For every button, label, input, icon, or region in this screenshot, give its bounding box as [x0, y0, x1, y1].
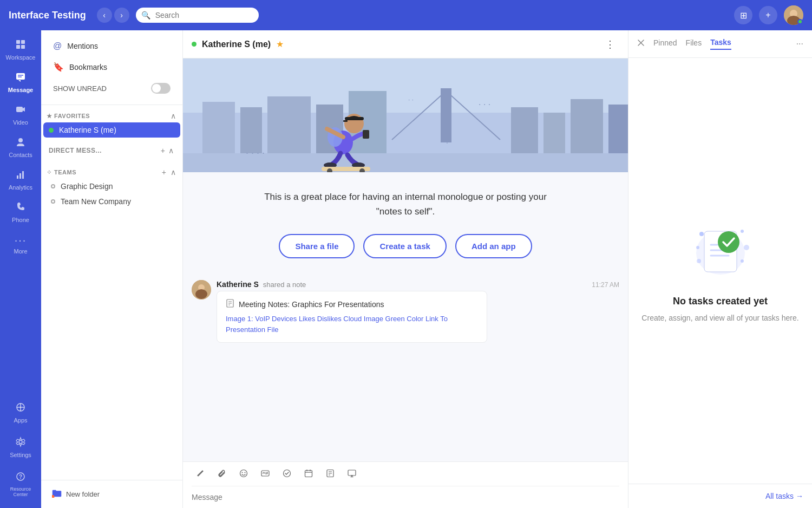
settings-icon — [15, 437, 26, 450]
sidebar-item-phone[interactable]: Phone — [3, 197, 38, 227]
attachment-button[interactable] — [213, 466, 231, 483]
svg-point-64 — [245, 472, 246, 473]
emoji-button[interactable] — [235, 466, 252, 483]
add-button[interactable]: + — [759, 6, 777, 24]
sidebar-item-more[interactable]: ··· More — [3, 230, 38, 259]
sidebar-item-workspace[interactable]: Workspace — [3, 35, 38, 65]
team-dot-new-company — [51, 199, 55, 204]
notes-button[interactable] — [322, 466, 339, 483]
svg-point-93 — [744, 245, 749, 250]
dm-label: DIRECT MESS... — [49, 147, 102, 154]
sidebar-item-resource-center[interactable]: ? Resource Center — [3, 467, 38, 502]
toolbar-icons — [192, 466, 619, 486]
teams-label: ⁘ TEAMS — [47, 169, 76, 176]
teams-header: ⁘ TEAMS + ∧ — [41, 164, 182, 179]
emoji-icon — [239, 469, 248, 478]
nav-buttons: ‹ › — [97, 8, 129, 23]
folder-svg — [52, 489, 62, 498]
sidebar-item-contacts[interactable]: Contacts — [3, 132, 38, 162]
favorites-label: ★ FAVORITES — [47, 113, 90, 120]
nav-back-button[interactable]: ‹ — [97, 8, 112, 23]
favorites-collapse-button[interactable]: ∧ — [169, 110, 177, 121]
folder-icon — [52, 489, 62, 499]
team-dot-graphic — [51, 184, 55, 188]
search-wrap: 🔍 — [136, 8, 396, 23]
chat-body: · · · · · · · · · · ! ! This is a great … — [183, 58, 628, 461]
sidebar-item-video[interactable]: Video — [3, 100, 38, 130]
dm-add-button[interactable]: + — [160, 145, 166, 156]
close-panel-button[interactable] — [637, 39, 645, 49]
new-company-label: Team New Company — [61, 197, 131, 206]
tasks-empty-subtitle: Create, assign, and view all of your tas… — [641, 312, 798, 324]
analytics-svg — [15, 169, 26, 180]
tab-files[interactable]: Files — [686, 38, 702, 49]
favorites-controls: ∧ — [169, 110, 177, 121]
message-input[interactable] — [192, 486, 619, 508]
analytics-label: Analytics — [9, 184, 32, 191]
chat-more-button[interactable]: ⋮ — [601, 36, 619, 53]
right-sidebar-header: Pinned Files Tasks ··· — [628, 30, 812, 58]
svg-text:· · ·: · · · — [479, 100, 490, 109]
gif-button[interactable] — [257, 466, 274, 483]
search-icon: 🔍 — [141, 11, 150, 19]
message-action: shared a note — [263, 281, 306, 289]
user-avatar-wrap[interactable] — [784, 5, 803, 25]
app-title: Interface Testing — [9, 10, 86, 21]
sidebar-item-apps[interactable]: Apps — [3, 398, 38, 428]
checkmark-button[interactable] — [278, 466, 296, 483]
main-layout: Workspace Message Video — [0, 30, 812, 508]
welcome-section: This is a great place for having an inte… — [183, 172, 628, 271]
search-input[interactable] — [136, 8, 259, 23]
bookmarks-label: Bookmarks — [69, 63, 107, 71]
svg-text:·: · — [446, 138, 448, 147]
team-graphic-design[interactable]: Graphic Design — [43, 179, 180, 194]
banner: · · · · · · · · · · ! ! — [183, 58, 628, 172]
unread-toggle[interactable] — [151, 83, 171, 94]
right-tab-more-button[interactable]: ··· — [796, 39, 803, 49]
teams-add-button[interactable]: + — [161, 167, 167, 178]
svg-point-94 — [741, 259, 744, 263]
favorites-katherine-item[interactable]: Katherine S (me) — [43, 122, 180, 138]
team-new-company[interactable]: Team New Company — [43, 194, 180, 209]
svg-point-63 — [242, 472, 243, 473]
dm-controls: + ∧ — [160, 145, 175, 156]
sidebar-item-settings[interactable]: Settings — [3, 432, 38, 463]
nav-forward-button[interactable]: › — [114, 8, 129, 23]
chat-header-name: Katherine S (me) — [202, 40, 271, 49]
screen-share-icon — [348, 469, 356, 478]
create-task-button[interactable]: Create a task — [363, 234, 446, 258]
left-sidebar: Workspace Message Video — [0, 30, 41, 508]
katherine-me-label: Katherine S (me) — [59, 126, 116, 134]
bookmarks-item[interactable]: 🔖 Bookmarks — [48, 57, 176, 76]
screen-share-button[interactable] — [343, 466, 361, 483]
calendar-button[interactable] — [300, 466, 317, 483]
resource-center-label: Resource Center — [6, 486, 35, 497]
svg-text:· · · ·: · · · · — [246, 147, 265, 158]
tab-pinned[interactable]: Pinned — [653, 38, 677, 49]
sidebar-item-message[interactable]: Message — [3, 67, 38, 97]
new-folder-item[interactable]: New folder — [47, 486, 177, 503]
resource-center-icon: ? — [15, 471, 26, 485]
pen-tool-button[interactable] — [192, 466, 209, 483]
tab-tasks[interactable]: Tasks — [710, 38, 731, 50]
contacts-svg — [15, 136, 26, 147]
analytics-icon — [15, 169, 26, 183]
sidebar-item-analytics[interactable]: Analytics — [3, 165, 38, 195]
message-time: 11:27 AM — [592, 281, 619, 289]
teams-collapse-button[interactable]: ∧ — [169, 167, 177, 178]
dm-collapse-button[interactable]: ∧ — [167, 145, 175, 156]
message-icon — [15, 71, 26, 85]
favorite-star-icon[interactable]: ★ — [276, 39, 284, 49]
right-sidebar-footer: All tasks → — [628, 484, 812, 508]
grid-icon-button[interactable]: ⊞ — [734, 6, 752, 24]
toggle-knob — [152, 84, 161, 93]
all-tasks-label: All tasks — [765, 492, 794, 500]
all-tasks-link[interactable]: All tasks → — [765, 492, 803, 500]
note-svg — [226, 299, 234, 308]
workspace-svg — [15, 39, 26, 50]
add-app-button[interactable]: Add an app — [455, 234, 532, 258]
sender-name: Katherine S — [217, 280, 259, 289]
mentions-item[interactable]: @ Mentions — [48, 37, 176, 55]
svg-rect-5 — [16, 45, 20, 49]
share-file-button[interactable]: Share a file — [279, 234, 355, 258]
